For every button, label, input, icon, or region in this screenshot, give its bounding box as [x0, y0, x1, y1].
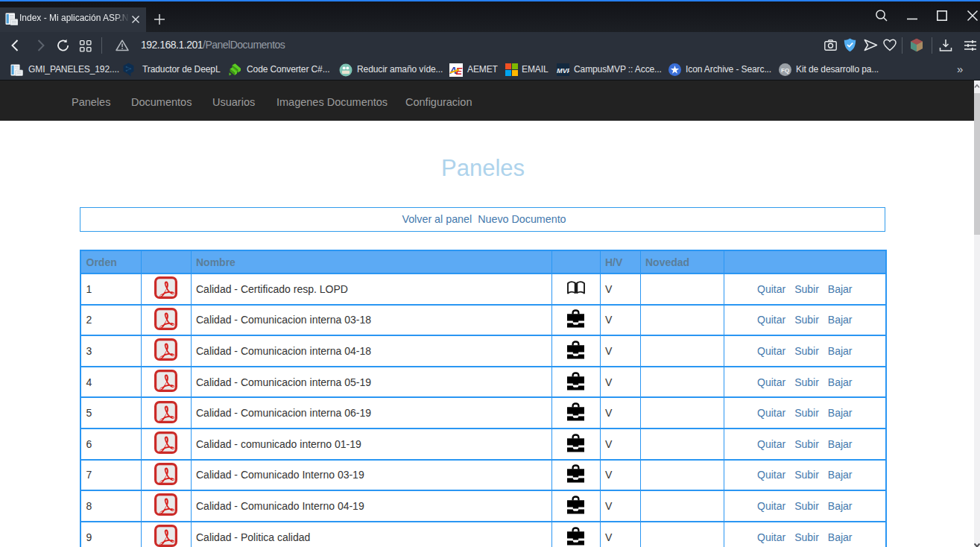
svg-text:FQ: FQ: [781, 67, 789, 74]
svg-text:MVP: MVP: [557, 67, 569, 75]
